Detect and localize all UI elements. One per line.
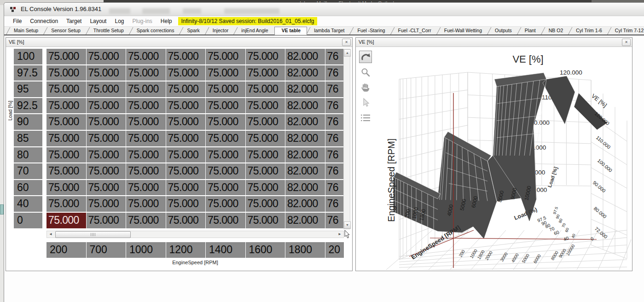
- ve-cell[interactable]: 75.000: [246, 196, 285, 212]
- ve-cell[interactable]: 82.000: [285, 65, 325, 81]
- load-row-header[interactable]: 0: [14, 213, 42, 228]
- ve-cell[interactable]: 75.000: [87, 65, 126, 81]
- ve-cell[interactable]: 75.000: [46, 49, 86, 64]
- menu-plug-ins[interactable]: Plug-ins: [128, 17, 156, 25]
- rpm-col-header[interactable]: 20: [325, 242, 344, 258]
- rotate-tool-icon[interactable]: [359, 51, 372, 63]
- ve-cell[interactable]: 82.000: [285, 196, 325, 212]
- load-row-header[interactable]: 100: [14, 49, 42, 64]
- horizontal-scrollbar[interactable]: ◄ ►: [46, 231, 344, 238]
- ve-cell[interactable]: 75.000: [206, 81, 245, 97]
- ve-cell[interactable]: 75.000: [126, 180, 166, 196]
- pan-tool-icon[interactable]: [359, 81, 372, 93]
- ve-cell[interactable]: 75.000: [46, 196, 86, 212]
- ve-cell[interactable]: 75.000: [166, 49, 206, 64]
- rpm-col-header[interactable]: 1200: [166, 242, 206, 258]
- ve-cell[interactable]: 75.000: [87, 180, 126, 196]
- ve-cell[interactable]: 75.000: [126, 131, 166, 146]
- tab-spark-corrections[interactable]: Spark corrections: [130, 27, 180, 35]
- ve-cell[interactable]: 75.000: [246, 98, 285, 114]
- load-row-header[interactable]: 92.5: [14, 98, 42, 114]
- ve-cell[interactable]: 75.000: [46, 65, 86, 81]
- scroll-down-icon[interactable]: ▼: [344, 221, 351, 229]
- ve-cell[interactable]: 75.000: [246, 81, 285, 97]
- ve-cell[interactable]: 76: [325, 131, 344, 146]
- load-row-header[interactable]: 60: [14, 180, 42, 196]
- ve-cell[interactable]: 75.000: [206, 213, 245, 228]
- load-row-header[interactable]: 95: [14, 81, 42, 97]
- ve-cell[interactable]: 82.000: [285, 131, 325, 146]
- ve-cell[interactable]: 75.000: [126, 213, 166, 228]
- ve-cell[interactable]: 75.000: [246, 114, 285, 130]
- load-row-header[interactable]: 97.5: [14, 65, 42, 81]
- ve-table-panel-header[interactable]: VE [%] ✕: [6, 38, 352, 47]
- rpm-col-header[interactable]: 1600: [246, 242, 285, 258]
- ve-cell[interactable]: 75.000: [206, 49, 245, 64]
- menu-layout[interactable]: Layout: [86, 17, 110, 25]
- close-icon[interactable]: ✕: [622, 39, 631, 46]
- tab-cyl-trim-1-6[interactable]: Cyl Trim 1-6: [569, 27, 608, 35]
- menu-log[interactable]: Log: [110, 17, 128, 25]
- zoom-tool-icon[interactable]: [359, 66, 372, 78]
- load-row-header[interactable]: 90: [14, 114, 42, 130]
- menu-connection[interactable]: Connection: [26, 17, 62, 25]
- ve-cell[interactable]: 75.000: [206, 114, 245, 130]
- tab-main-setup[interactable]: Main Setup: [7, 27, 44, 35]
- ve-cell[interactable]: 75.000: [206, 196, 245, 212]
- menu-target[interactable]: Target: [62, 17, 86, 25]
- tab-injector[interactable]: Injector: [206, 27, 234, 35]
- ve-cell[interactable]: 76: [325, 49, 344, 64]
- ve-cell[interactable]: 75.000: [246, 163, 285, 179]
- ve-cell[interactable]: 75.000: [46, 114, 86, 130]
- rpm-col-header[interactable]: 700: [87, 242, 126, 258]
- tab-plant[interactable]: Plant: [518, 27, 542, 35]
- ve-cell[interactable]: 75.000: [126, 65, 166, 81]
- load-row-header[interactable]: 40: [14, 196, 42, 212]
- ve-cell[interactable]: 76: [325, 163, 344, 179]
- titlebar[interactable]: EL Console Version 1.96.8341: [4, 3, 644, 16]
- ve-cell[interactable]: 75.000: [87, 131, 126, 146]
- tab-injend-angle[interactable]: injEnd Angle: [234, 27, 274, 35]
- ve-cell[interactable]: 75.000: [246, 49, 285, 64]
- ve-cell[interactable]: 75.000: [166, 131, 206, 146]
- ve-cell[interactable]: 75.000: [126, 147, 166, 163]
- ve-cell[interactable]: 75.000: [246, 131, 285, 146]
- ve-cell[interactable]: 75.000: [46, 163, 86, 179]
- ve-cell[interactable]: 75.000: [206, 147, 245, 163]
- ve-surface-plot[interactable]: 120.000110.000100.00090.00080.00072.000V…: [359, 47, 631, 270]
- ve-cell[interactable]: 76: [325, 65, 344, 81]
- tab-nb-o2[interactable]: NB O2: [542, 27, 569, 35]
- ve-cell[interactable]: 75.000: [206, 98, 245, 114]
- ve-cell[interactable]: 82.000: [285, 114, 325, 130]
- ve-cell[interactable]: 75.000: [246, 147, 285, 163]
- ve-cell[interactable]: 75.000: [206, 65, 245, 81]
- ve-cell[interactable]: 75.000: [87, 98, 126, 114]
- selected-cell[interactable]: 75.000: [46, 213, 86, 228]
- select-tool-icon[interactable]: [359, 96, 372, 109]
- ve-cell[interactable]: 82.000: [285, 98, 325, 114]
- load-row-header[interactable]: 80: [14, 147, 42, 163]
- scroll-left-icon[interactable]: ◄: [47, 231, 54, 237]
- ve-cell[interactable]: 76: [325, 81, 344, 97]
- ve-cell[interactable]: 75.000: [246, 213, 285, 228]
- tab-ve-table[interactable]: VE table: [274, 27, 307, 35]
- ve-cell[interactable]: 75.000: [87, 49, 126, 64]
- rpm-col-header[interactable]: 200: [46, 242, 86, 258]
- ve-cell[interactable]: 75.000: [166, 81, 206, 97]
- menu-file[interactable]: File: [9, 17, 26, 25]
- ve-cell[interactable]: 75.000: [126, 196, 166, 212]
- load-row-header[interactable]: 70: [14, 163, 42, 179]
- ve-cell[interactable]: 75.000: [246, 180, 285, 196]
- rpm-col-header[interactable]: 1800: [285, 242, 325, 258]
- vertical-scrollbar[interactable]: ▲ ▼: [343, 49, 350, 229]
- ve-plot-panel-header[interactable]: VE [%] ✕: [356, 38, 632, 47]
- ve-cell[interactable]: 76: [325, 196, 344, 212]
- tab-lambda-target[interactable]: lambda Target: [307, 27, 350, 35]
- ve-cell[interactable]: 75.000: [126, 114, 166, 130]
- tab-cyl-trim-7-12[interactable]: Cyl Trim 7-12: [608, 27, 644, 35]
- ve-cell[interactable]: 75.000: [87, 163, 126, 179]
- rpm-col-header[interactable]: 1400: [206, 242, 245, 258]
- ve-cell[interactable]: 75.000: [126, 98, 166, 114]
- tab-outputs[interactable]: Outputs: [488, 27, 518, 35]
- list-tool-icon[interactable]: [359, 111, 372, 124]
